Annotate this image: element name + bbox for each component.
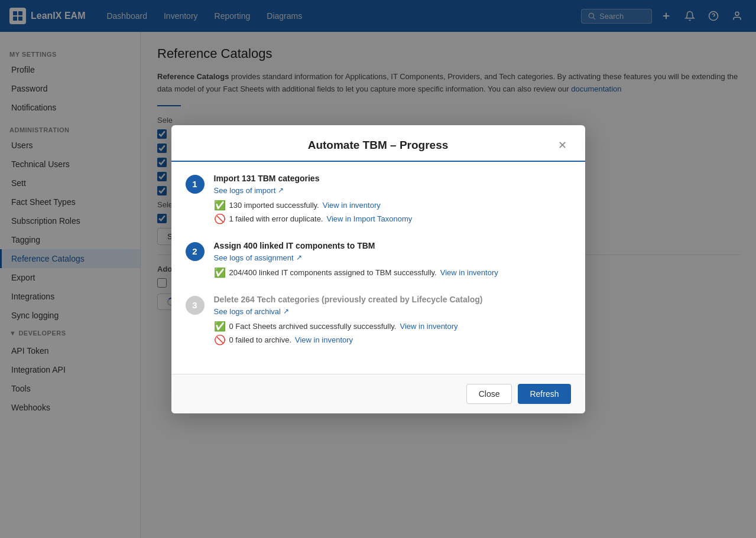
step-1-content: Import 131 TBM categories See logs of im…: [214, 174, 571, 227]
step-3-result-1-link[interactable]: View in inventory: [400, 322, 458, 331]
step-3-title: Delete 264 Tech categories (previously c…: [214, 295, 571, 304]
step-1-result-1: ✅ 130 imported successfully. View in inv…: [214, 200, 571, 211]
modal: Automate TBM – Progress ✕ 1 Import 131 T…: [171, 125, 585, 413]
error-icon-1: 🚫: [214, 213, 226, 224]
step-3-content: Delete 264 Tech categories (previously c…: [214, 295, 571, 348]
modal-footer: Close Refresh: [171, 374, 585, 413]
step-2-content: Assign 400 linked IT components to TBM S…: [214, 241, 571, 281]
modal-overlay[interactable]: Automate TBM – Progress ✕ 1 Import 131 T…: [0, 0, 756, 538]
refresh-button[interactable]: Refresh: [518, 384, 570, 404]
step-2-result-1: ✅ 204/400 linked IT components assigned …: [214, 267, 571, 278]
step-1-result-2-text: 1 failed with error duplicate.: [229, 214, 323, 223]
success-icon-1: ✅: [214, 200, 226, 211]
step-3-log-link[interactable]: See logs of archival ↗: [214, 307, 289, 316]
step-1-title: Import 131 TBM categories: [214, 174, 571, 183]
step-3-number: 3: [186, 296, 205, 315]
step-2-log-link[interactable]: See logs of assignment ↗: [214, 253, 302, 262]
step-3: 3 Delete 264 Tech categories (previously…: [186, 295, 571, 348]
modal-header: Automate TBM – Progress ✕: [171, 125, 585, 162]
step-3-result-2: 🚫 0 failed to archive. View in inventory: [214, 334, 571, 345]
step-2-number: 2: [186, 242, 205, 261]
close-modal-button[interactable]: Close: [466, 384, 512, 404]
step-1-log-label: See logs of import: [214, 186, 276, 195]
success-icon-2: ✅: [214, 267, 226, 278]
step-2-result-1-text: 204/400 linked IT components assigned to…: [229, 268, 437, 277]
error-icon-3: 🚫: [214, 334, 226, 345]
modal-body: 1 Import 131 TBM categories See logs of …: [171, 162, 585, 374]
step-1: 1 Import 131 TBM categories See logs of …: [186, 174, 571, 227]
step-3-result-1-text: 0 Fact Sheets archived successfully succ…: [229, 322, 397, 331]
modal-close-button[interactable]: ✕: [554, 137, 571, 154]
success-icon-3: ✅: [214, 321, 226, 332]
step-1-number: 1: [186, 175, 205, 194]
step-2-result-1-link[interactable]: View in inventory: [440, 268, 498, 277]
modal-title: Automate TBM – Progress: [202, 139, 554, 152]
step-1-log-link[interactable]: See logs of import ↗: [214, 186, 284, 195]
external-link-icon-3: ↗: [283, 307, 289, 315]
step-1-result-2: 🚫 1 failed with error duplicate. View in…: [214, 213, 571, 224]
step-3-result-2-text: 0 failed to archive.: [229, 335, 292, 344]
step-3-log-label: See logs of archival: [214, 307, 281, 316]
step-2-title: Assign 400 linked IT components to TBM: [214, 241, 571, 250]
step-2: 2 Assign 400 linked IT components to TBM…: [186, 241, 571, 281]
step-3-result-1: ✅ 0 Fact Sheets archived successfully su…: [214, 321, 571, 332]
step-3-result-2-link[interactable]: View in inventory: [295, 335, 353, 344]
external-link-icon-2: ↗: [296, 253, 302, 262]
external-link-icon-1: ↗: [278, 186, 284, 194]
step-2-log-label: See logs of assignment: [214, 253, 294, 262]
step-1-result-1-link[interactable]: View in inventory: [323, 201, 381, 210]
step-1-result-2-link[interactable]: View in Import Taxonomy: [326, 214, 412, 223]
step-1-result-1-text: 130 imported successfully.: [229, 201, 319, 210]
